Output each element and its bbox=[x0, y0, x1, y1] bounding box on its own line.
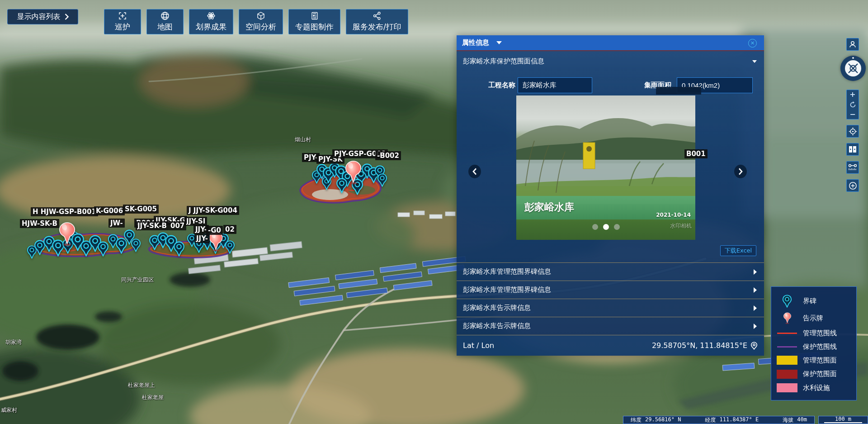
marker-label[interactable]: B001 bbox=[684, 149, 708, 158]
notice-pin-marker[interactable] bbox=[58, 222, 76, 246]
altitude-value: 40m bbox=[797, 416, 807, 424]
chevron-right-icon bbox=[754, 287, 757, 293]
location-pin-icon bbox=[750, 342, 758, 350]
compass-control[interactable] bbox=[840, 56, 866, 81]
show-content-list-button[interactable]: 显示内容列表 bbox=[7, 9, 78, 24]
marker-label[interactable]: K-G006 bbox=[94, 206, 125, 215]
project-name-field[interactable] bbox=[518, 77, 592, 93]
hidden-dropdown-strip bbox=[656, 87, 701, 95]
accordion-row-2[interactable]: 彭家峪水库管理范围界碑信息 bbox=[457, 281, 764, 299]
project-name-label: 工程名称 bbox=[466, 81, 515, 90]
accordion-row-1[interactable]: 彭家峪水库管理范围界碑信息 bbox=[457, 262, 764, 281]
legend-item-label: 保护范围面 bbox=[803, 370, 837, 378]
accordion-row-4[interactable]: 彭家峪水库告示牌信息 bbox=[457, 317, 764, 335]
legend-item-3: 管理范围线 bbox=[771, 329, 856, 338]
marker-label[interactable]: JW- bbox=[108, 219, 125, 228]
photo-caption-band: 彭家峪水库 2021-10-14 bbox=[516, 196, 695, 219]
marker-label[interactable]: JJY- bbox=[194, 234, 210, 243]
locate-button[interactable] bbox=[846, 125, 859, 138]
split-screen-icon bbox=[849, 146, 857, 153]
zoom-in-button[interactable]: + bbox=[849, 91, 855, 98]
toolbar-button-thematic-map[interactable]: 专题图制作 bbox=[288, 9, 340, 34]
carousel-next-button[interactable] bbox=[734, 165, 747, 178]
zoom-out-button[interactable]: − bbox=[849, 111, 855, 118]
chevron-left-icon bbox=[472, 168, 477, 175]
legend-item-5: 管理范围面 bbox=[771, 356, 856, 365]
download-excel-button[interactable]: 下载Excel bbox=[720, 245, 756, 256]
carousel-dots bbox=[516, 224, 695, 230]
legend-item-1: 界碑 bbox=[771, 295, 856, 308]
line-icon bbox=[771, 333, 803, 334]
section-header[interactable]: 彭家峪水库保护范围面信息 bbox=[457, 51, 764, 71]
chevron-right-icon bbox=[738, 168, 743, 175]
marker-label[interactable]: HJW-SK-B bbox=[20, 219, 59, 228]
marker-label[interactable]: J JJY-SK-G004 bbox=[187, 206, 239, 215]
accordion-row-label: 彭家峪水库管理范围界碑信息 bbox=[463, 286, 551, 294]
legend-item-4: 保护范围线 bbox=[771, 343, 856, 351]
altitude-label: 海拔 bbox=[783, 416, 793, 424]
toolbar-button-label: 地图 bbox=[157, 22, 173, 32]
toolbar-button-map[interactable]: 地图 bbox=[146, 9, 184, 34]
notice-pin-marker[interactable] bbox=[344, 160, 362, 185]
compass-icon bbox=[845, 60, 861, 76]
legend-item-label: 告示牌 bbox=[803, 314, 823, 323]
accordion-row-3[interactable]: 彭家峪水库告示牌信息 bbox=[457, 299, 764, 317]
carousel-dot-2[interactable] bbox=[603, 224, 609, 230]
toolbar-button-delimitation[interactable]: 划界成果 bbox=[189, 9, 233, 34]
photo-date: 2021-10-14 bbox=[656, 212, 691, 218]
add-circle-icon bbox=[849, 181, 857, 190]
accordion-row-label: 彭家峪水库管理范围界碑信息 bbox=[463, 267, 551, 276]
carousel-dot-3[interactable] bbox=[614, 224, 620, 230]
accordion-list: 彭家峪水库管理范围界碑信息彭家峪水库管理范围界碑信息彭家峪水库告示牌信息彭家峪水… bbox=[457, 262, 764, 335]
add-button[interactable] bbox=[846, 179, 859, 192]
marker-label[interactable]: 02 bbox=[223, 225, 236, 234]
chevron-right-icon bbox=[65, 14, 69, 20]
latlon-value: 29.58705°N, 111.84815°E bbox=[652, 341, 747, 350]
close-icon[interactable]: ✕ bbox=[748, 39, 757, 48]
rotate-reset-icon[interactable] bbox=[849, 101, 856, 108]
carousel-prev-button[interactable] bbox=[468, 165, 481, 178]
latlon-label: Lat / Lon bbox=[463, 341, 494, 350]
chevron-right-icon bbox=[754, 305, 757, 311]
boundary-pin-marker[interactable] bbox=[225, 240, 235, 254]
section-collapse-caret-icon[interactable] bbox=[752, 60, 757, 63]
marker-label[interactable]: -B002 bbox=[375, 151, 401, 160]
cube-icon bbox=[256, 11, 265, 20]
marker-label[interactable]: JJY-SI bbox=[184, 217, 207, 226]
content-list-label: 显示内容列表 bbox=[17, 12, 61, 22]
patrol-icon bbox=[118, 11, 127, 20]
boundary-pin-marker[interactable] bbox=[173, 241, 185, 257]
toolbar-button-patrol[interactable]: 巡护 bbox=[104, 9, 141, 34]
user-button[interactable] bbox=[846, 38, 859, 51]
boundary-pin-marker[interactable] bbox=[377, 173, 387, 187]
measure-button[interactable] bbox=[846, 161, 859, 174]
latitude-value: 29.56816° N bbox=[645, 416, 681, 424]
carousel-dot-1[interactable] bbox=[592, 224, 598, 230]
accordion-row-label: 彭家峪水库告示牌信息 bbox=[463, 304, 531, 312]
marker-label[interactable]: SK-G005 bbox=[123, 205, 159, 214]
accordion-row-label: 彭家峪水库告示牌信息 bbox=[463, 322, 531, 330]
notice-pin-icon bbox=[771, 312, 803, 324]
legend-item-label: 界碑 bbox=[803, 297, 816, 305]
line-icon bbox=[771, 346, 803, 348]
longitude-value: 111.84387° E bbox=[720, 416, 759, 424]
split-screen-button[interactable] bbox=[846, 143, 859, 156]
toolbar-button-spatial-analysis[interactable]: 空间分析 bbox=[239, 9, 283, 34]
attribute-panel-title: 属性信息 bbox=[462, 38, 489, 47]
marker-label[interactable]: H HJW-GSP-B001 bbox=[31, 207, 98, 216]
panel-collapse-caret-icon[interactable] bbox=[496, 41, 502, 44]
boundary-pin-marker[interactable] bbox=[131, 238, 141, 252]
place-label: 烟山村 bbox=[295, 136, 311, 143]
marker-label[interactable]: -G0 bbox=[206, 226, 223, 235]
toolbar-button-publish-print[interactable]: 服务发布/打印 bbox=[346, 9, 408, 34]
marker-label[interactable]: 007 bbox=[169, 221, 186, 230]
map-legend: 界碑告示牌管理范围线保护范围线管理范围面保护范围面水利设施 bbox=[771, 286, 857, 400]
share-icon bbox=[373, 11, 382, 20]
thematic-map-icon bbox=[310, 11, 319, 20]
marker-label[interactable]: JJY-SK-B bbox=[136, 221, 169, 230]
chevron-right-icon bbox=[754, 324, 757, 329]
photo-caption: 彭家峪水库 bbox=[524, 200, 574, 214]
scale-bar: 100 m bbox=[818, 416, 868, 424]
legend-item-7: 水利设施 bbox=[771, 383, 856, 392]
swatch-icon bbox=[771, 370, 803, 379]
